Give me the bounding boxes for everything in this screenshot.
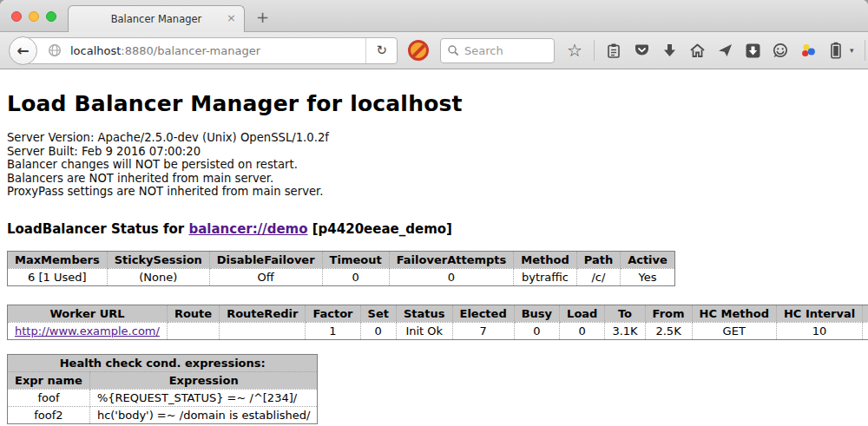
cell-passes: 1 (0) xyxy=(863,322,868,339)
pocket-icon[interactable] xyxy=(633,41,650,60)
url-bar[interactable]: localhost:8880/balancer-manager ↻ xyxy=(23,37,398,64)
close-window-button[interactable] xyxy=(11,11,22,22)
server-built-line: Server Built: Feb 9 2016 07:00:20 xyxy=(7,145,861,159)
col-disablefailover: DisableFailover xyxy=(209,251,322,268)
colored-dots-icon[interactable] xyxy=(799,41,817,60)
col-path: Path xyxy=(576,251,620,268)
col-passes: Passes xyxy=(863,305,868,322)
worker-url-link[interactable]: http://www.example.com/ xyxy=(15,324,160,338)
new-tab-button[interactable]: + xyxy=(256,8,269,26)
col-worker-url: Worker URL xyxy=(8,305,168,322)
col-failoverattempts: FailoverAttempts xyxy=(389,251,514,268)
download-helper-icon[interactable] xyxy=(744,41,761,60)
minimize-window-button[interactable] xyxy=(29,11,39,22)
health-table-title: Health check cond. expressions: xyxy=(8,354,318,371)
clipboard-icon[interactable] xyxy=(605,41,622,60)
persist-note-line: Balancer changes will NOT be persisted o… xyxy=(7,158,861,172)
cell-expression: %{REQUEST_STATUS} =~ /^[234]/ xyxy=(89,389,318,406)
col-elected: Elected xyxy=(452,305,514,322)
home-icon[interactable] xyxy=(688,41,706,60)
table-header-row: Expr name Expression xyxy=(8,371,318,389)
cell-maxmembers: 6 [1 Used] xyxy=(8,268,108,285)
balancer-summary-table: MaxMembers StickySession DisableFailover… xyxy=(7,251,675,286)
battery-dropdown-icon[interactable]: ▾ xyxy=(850,46,854,55)
col-timeout: Timeout xyxy=(322,251,389,268)
page-title: Load Balancer Manager for localhost xyxy=(7,91,861,116)
toolbar-icons: ☆ xyxy=(566,40,868,61)
globe-icon xyxy=(46,41,63,60)
table-header-row: Worker URL Route RouteRedir Factor Set S… xyxy=(8,305,868,322)
cell-stickysession: (None) xyxy=(107,268,209,285)
cell-failoverattempts: 0 xyxy=(389,268,514,285)
status-prefix: LoadBalancer Status for xyxy=(7,221,188,237)
col-load: Load xyxy=(560,305,605,322)
cell-disablefailover: Off xyxy=(209,268,322,285)
cell-expr-name: foof2 xyxy=(8,406,90,423)
table-row: 6 [1 Used] (None) Off 0 0 bytraffic /c/ … xyxy=(8,268,675,285)
cell-load: 0 xyxy=(560,322,605,339)
inherit-note-line: Balancers are NOT inherited from main se… xyxy=(7,172,861,186)
col-factor: Factor xyxy=(306,305,360,322)
col-active: Active xyxy=(621,251,675,268)
loadbalancer-status-heading: LoadBalancer Status for balancer://demo … xyxy=(7,221,861,237)
server-info: Server Version: Apache/2.5.0-dev (Unix) … xyxy=(7,131,861,199)
tab-balancer-manager[interactable]: Balancer Manager × xyxy=(68,5,245,32)
table-title-row: Health check cond. expressions: xyxy=(8,354,318,371)
col-hc-interval: HC Interval xyxy=(776,305,862,322)
health-check-table: Health check cond. expressions: Expr nam… xyxy=(7,354,318,424)
search-input[interactable] xyxy=(464,44,542,57)
send-icon[interactable] xyxy=(716,41,733,60)
cell-hc-interval: 10 xyxy=(776,322,862,339)
search-bar[interactable] xyxy=(440,38,555,63)
toolbar-separator xyxy=(594,40,595,61)
cell-routeredir xyxy=(220,322,306,339)
cell-set: 0 xyxy=(360,322,396,339)
chat-smiley-icon[interactable] xyxy=(772,41,789,60)
back-button[interactable]: ← xyxy=(9,36,37,65)
table-row: foof %{REQUEST_STATUS} =~ /^[234]/ xyxy=(8,389,318,406)
server-version-line: Server Version: Apache/2.5.0-dev (Unix) … xyxy=(7,131,861,145)
download-arrow-icon[interactable] xyxy=(661,41,678,60)
col-busy: Busy xyxy=(514,305,559,322)
cell-expression: hc('body') =~ /domain is established/ xyxy=(89,406,318,423)
col-routeredir: RouteRedir xyxy=(220,305,306,322)
cell-elected: 7 xyxy=(452,322,514,339)
navigation-toolbar: ← localhost:8880/balancer-manager ↻ ☆ xyxy=(0,32,868,69)
table-header-row: MaxMembers StickySession DisableFailover… xyxy=(8,251,675,268)
worker-table: Worker URL Route RouteRedir Factor Set S… xyxy=(7,305,868,340)
cell-status: Init Ok xyxy=(396,322,452,339)
battery-icon[interactable] xyxy=(827,41,845,60)
col-maxmembers: MaxMembers xyxy=(8,251,108,268)
cell-active: Yes xyxy=(621,268,675,285)
col-expression: Expression xyxy=(89,371,318,389)
col-stickysession: StickySession xyxy=(107,251,209,268)
cell-to: 3.1K xyxy=(605,322,645,339)
close-tab-icon[interactable]: × xyxy=(227,12,236,23)
status-suffix: [p4420eeae_demo] xyxy=(308,221,452,237)
col-method: Method xyxy=(514,251,576,268)
table-row: foof2 hc('body') =~ /domain is establish… xyxy=(8,406,318,423)
cell-factor: 1 xyxy=(306,322,360,339)
toolbar-separator xyxy=(865,40,865,61)
cell-expr-name: foof xyxy=(8,389,90,406)
plugin-blocked-icon[interactable] xyxy=(408,40,429,61)
browser-window: Balancer Manager × + ← localhost:8880/ba… xyxy=(0,0,868,426)
bookmark-star-icon[interactable]: ☆ xyxy=(566,41,583,60)
reload-button[interactable]: ↻ xyxy=(365,38,397,63)
cell-from: 2.5K xyxy=(645,322,692,339)
page-content: Load Balancer Manager for localhost Serv… xyxy=(0,69,868,426)
cell-hc-method: GET xyxy=(692,322,776,339)
tab-bar: Balancer Manager × + xyxy=(0,0,868,32)
cell-method: bytraffic xyxy=(514,268,576,285)
col-set: Set xyxy=(360,305,396,322)
cell-path: /c/ xyxy=(576,268,620,285)
url-host: localhost xyxy=(70,44,121,57)
col-route: Route xyxy=(167,305,219,322)
zoom-window-button[interactable] xyxy=(46,11,56,22)
url-path: :8880/balancer-manager xyxy=(121,44,260,57)
url-text: localhost:8880/balancer-manager xyxy=(70,44,260,57)
col-hc-method: HC Method xyxy=(692,305,776,322)
balancer-demo-link[interactable]: balancer://demo xyxy=(188,221,307,237)
search-icon xyxy=(447,44,459,56)
proxypass-note-line: ProxyPass settings are NOT inherited fro… xyxy=(7,185,861,199)
